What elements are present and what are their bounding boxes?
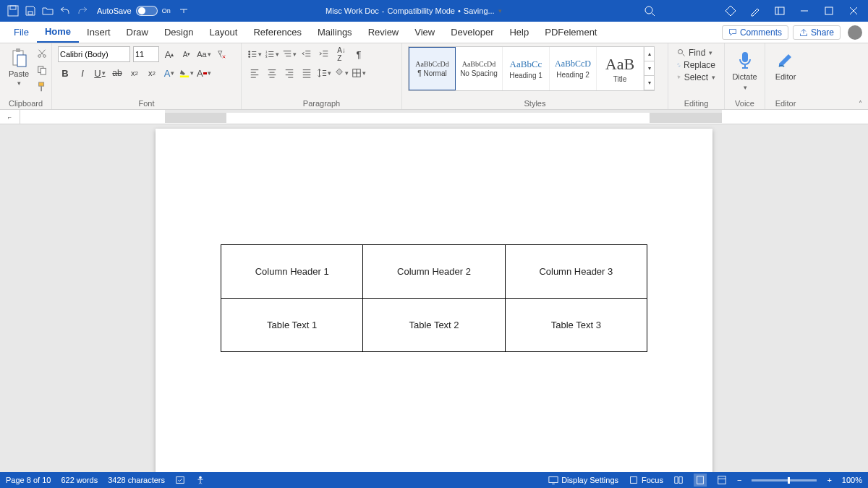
zoom-level[interactable]: 100% [842, 476, 862, 484]
highlight-icon[interactable]: ▾ [179, 66, 194, 80]
superscript-icon[interactable]: x2 [145, 66, 159, 80]
align-left-icon[interactable] [247, 66, 262, 80]
toggle-switch[interactable] [136, 6, 158, 16]
ruler[interactable]: ⌐ [0, 110, 868, 124]
table-header-cell[interactable]: Column Header 2 [363, 245, 505, 299]
change-case-icon[interactable]: Aa▾ [197, 47, 211, 61]
open-icon[interactable] [42, 5, 54, 17]
strikethrough-icon[interactable]: ab [110, 66, 124, 80]
font-size-combo[interactable] [133, 46, 159, 62]
style-heading1[interactable]: AaBbCcHeading 1 [503, 47, 550, 90]
minimize-icon[interactable] [799, 5, 810, 17]
subscript-icon[interactable]: x2 [127, 66, 142, 80]
style-gallery[interactable]: AaBbCcDd¶ Normal AaBbCcDdNo Spacing AaBb… [408, 46, 655, 91]
select-button[interactable]: Select▾ [677, 72, 715, 82]
tab-layout[interactable]: Layout [201, 22, 245, 43]
borders-icon[interactable]: ▾ [352, 66, 366, 80]
zoom-out-icon[interactable]: − [737, 476, 741, 484]
multilevel-icon[interactable]: ▾ [282, 47, 297, 61]
autosave-toggle[interactable]: AutoSave On [97, 6, 171, 16]
spellcheck-icon[interactable] [175, 475, 185, 485]
maximize-icon[interactable] [823, 5, 835, 17]
tab-help[interactable]: Help [501, 22, 537, 43]
ribbon-display-icon[interactable] [774, 5, 786, 17]
align-center-icon[interactable] [265, 66, 279, 80]
increase-indent-icon[interactable] [317, 47, 331, 61]
tab-file[interactable]: File [6, 22, 37, 43]
title-dropdown-icon[interactable]: ▾ [498, 7, 502, 14]
font-name-combo[interactable] [58, 46, 130, 62]
table-cell[interactable]: Table Text 2 [363, 299, 505, 352]
show-marks-icon[interactable]: ¶ [352, 47, 366, 61]
print-layout-icon[interactable] [694, 474, 707, 487]
comments-button[interactable]: Comments [722, 25, 788, 40]
word-count[interactable]: 622 words [61, 476, 98, 484]
style-title[interactable]: AaBTitle [597, 47, 644, 90]
table-header-cell[interactable]: Column Header 1 [221, 245, 363, 299]
copy-icon[interactable] [35, 63, 49, 77]
char-count[interactable]: 3428 characters [108, 476, 165, 484]
diamond-icon[interactable] [725, 5, 736, 17]
table-cell[interactable]: Table Text 1 [221, 299, 363, 352]
tab-developer[interactable]: Developer [443, 22, 501, 43]
justify-icon[interactable] [299, 66, 314, 80]
clear-format-icon[interactable] [214, 47, 229, 61]
display-settings-button[interactable]: Display Settings [548, 475, 618, 485]
accessibility-icon[interactable] [195, 475, 205, 485]
qat-more-icon[interactable] [178, 5, 190, 17]
italic-icon[interactable]: I [75, 66, 90, 80]
tab-insert[interactable]: Insert [79, 22, 119, 43]
zoom-in-icon[interactable]: + [827, 476, 831, 484]
save-icon[interactable] [25, 5, 36, 17]
grow-font-icon[interactable]: A▴ [162, 47, 176, 61]
sort-icon[interactable]: A↓Z [334, 47, 349, 61]
tab-review[interactable]: Review [360, 22, 407, 43]
undo-icon[interactable] [59, 5, 71, 17]
shrink-font-icon[interactable]: A▾ [179, 47, 194, 61]
page[interactable]: Column Header 1 Column Header 2 Column H… [156, 129, 712, 472]
style-nospacing[interactable]: AaBbCcDdNo Spacing [456, 47, 503, 90]
tab-pdfelement[interactable]: PDFelement [537, 22, 605, 43]
tab-mailings[interactable]: Mailings [310, 22, 360, 43]
dictate-button[interactable]: Dictate ▾ [731, 46, 759, 94]
line-spacing-icon[interactable]: ▾ [317, 66, 331, 80]
table-header-cell[interactable]: Column Header 3 [505, 245, 647, 299]
replace-button[interactable]: Replace [677, 60, 715, 70]
zoom-slider[interactable] [752, 479, 817, 481]
decrease-indent-icon[interactable] [299, 47, 314, 61]
table-cell[interactable]: Table Text 3 [505, 299, 647, 352]
search-icon[interactable] [644, 5, 655, 17]
bullets-icon[interactable]: ▾ [247, 47, 262, 61]
tab-selector[interactable]: ⌐ [0, 110, 20, 124]
share-button[interactable]: Share [793, 25, 841, 40]
collapse-ribbon-icon[interactable]: ˄ [859, 100, 862, 108]
bold-icon[interactable]: B [58, 66, 72, 80]
style-normal[interactable]: AaBbCcDd¶ Normal [409, 47, 456, 90]
numbering-icon[interactable]: 123▾ [265, 47, 279, 61]
style-heading2[interactable]: AaBbCcDHeading 2 [550, 47, 597, 90]
web-layout-icon[interactable] [717, 475, 727, 485]
editor-button[interactable]: Editor [771, 46, 800, 84]
style-gallery-scroll[interactable]: ▴▾▾ [644, 47, 654, 90]
gallery-more-icon[interactable]: ▾ [644, 76, 654, 90]
tab-references[interactable]: References [245, 22, 309, 43]
find-button[interactable]: Find▾ [677, 48, 715, 58]
tab-draw[interactable]: Draw [119, 22, 156, 43]
font-color-icon[interactable]: A▾ [197, 66, 211, 80]
document-table[interactable]: Column Header 1 Column Header 2 Column H… [221, 244, 647, 352]
autosave-icon[interactable] [7, 5, 19, 17]
tab-home[interactable]: Home [37, 22, 79, 43]
document-area[interactable]: Column Header 1 Column Header 2 Column H… [0, 124, 868, 472]
pen-icon[interactable] [749, 5, 761, 17]
page-indicator[interactable]: Page 8 of 10 [6, 476, 51, 484]
tab-design[interactable]: Design [156, 22, 201, 43]
close-icon[interactable] [848, 5, 859, 17]
focus-button[interactable]: Focus [629, 475, 663, 485]
align-right-icon[interactable] [282, 66, 297, 80]
shading-icon[interactable]: ▾ [334, 66, 349, 80]
read-mode-icon[interactable] [673, 475, 684, 485]
table-row[interactable]: Table Text 1 Table Text 2 Table Text 3 [221, 299, 647, 352]
text-effects-icon[interactable]: A▾ [162, 66, 176, 80]
scroll-down-icon[interactable]: ▾ [644, 61, 654, 76]
redo-icon[interactable] [77, 5, 88, 17]
